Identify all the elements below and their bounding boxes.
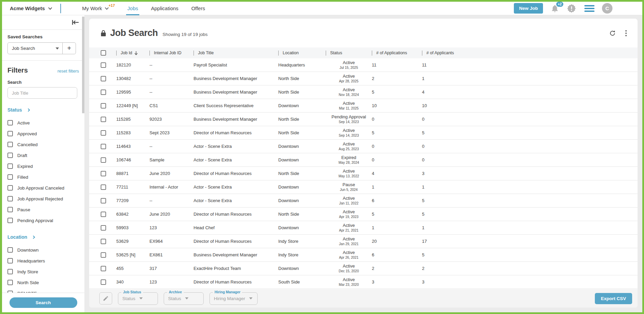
checkbox-label: Expired bbox=[17, 164, 33, 169]
column-header-location[interactable]: Location bbox=[278, 51, 326, 56]
export-csv-button[interactable]: Export CSV bbox=[595, 293, 632, 304]
row-checkbox[interactable] bbox=[101, 76, 106, 81]
checkbox[interactable] bbox=[7, 185, 13, 191]
filter-checkbox-item[interactable]: REMOTE bbox=[7, 288, 79, 293]
cell-applications-count: 6 bbox=[372, 198, 374, 203]
checkbox[interactable] bbox=[7, 142, 13, 147]
row-checkbox[interactable] bbox=[101, 239, 106, 244]
cell-status-date: Mar 11, 2025 bbox=[339, 106, 359, 111]
hiring-manager-select[interactable]: Hiring Manager Hiring Manager bbox=[209, 292, 258, 305]
checkbox[interactable] bbox=[7, 153, 13, 158]
row-checkbox[interactable] bbox=[101, 198, 106, 203]
column-header-applicants[interactable]: # of Applicants bbox=[422, 51, 476, 56]
row-checkbox[interactable] bbox=[101, 252, 106, 258]
checkbox[interactable] bbox=[7, 280, 13, 285]
status-section-header[interactable]: Status bbox=[7, 107, 79, 113]
row-checkbox[interactable] bbox=[101, 225, 106, 231]
filter-checkbox-item[interactable]: Approved bbox=[7, 128, 79, 139]
location-section-header[interactable]: Location bbox=[7, 234, 79, 240]
column-header-status[interactable]: Status bbox=[326, 51, 372, 56]
bulk-actions-bar: Job Status Status Archive Status Hiring … bbox=[89, 289, 638, 308]
filter-checkbox-item[interactable]: Downtown bbox=[7, 244, 79, 255]
column-header-applications[interactable]: # of Applications bbox=[372, 51, 422, 56]
row-checkbox[interactable] bbox=[101, 117, 106, 122]
hamburger-menu[interactable] bbox=[584, 5, 595, 12]
row-checkbox[interactable] bbox=[101, 144, 106, 149]
add-saved-search-button[interactable]: + bbox=[62, 43, 76, 54]
checkbox[interactable] bbox=[7, 258, 13, 263]
cell-applicants-count: 3 bbox=[422, 171, 424, 176]
cell-location: Downtown bbox=[278, 103, 299, 108]
checkbox[interactable] bbox=[7, 131, 13, 136]
avatar[interactable]: C bbox=[602, 3, 612, 14]
column-header-job-title[interactable]: Job Title bbox=[194, 51, 278, 56]
saved-search-select[interactable]: Job Search bbox=[8, 43, 62, 54]
filter-checkbox-item[interactable]: Headquarters bbox=[7, 255, 79, 266]
cell-job-id: 53629 bbox=[116, 239, 128, 244]
more-options-kebab-icon[interactable] bbox=[625, 30, 627, 37]
checkbox[interactable] bbox=[7, 174, 13, 180]
nav-item-my-work[interactable]: My Work +17 bbox=[82, 2, 115, 15]
row-checkbox[interactable] bbox=[101, 130, 106, 136]
filter-checkbox-item[interactable]: Cancelled bbox=[7, 139, 79, 150]
filter-checkbox-item[interactable]: Pause bbox=[7, 204, 79, 215]
filter-checkbox-item[interactable]: Job Approval Canceled bbox=[7, 182, 79, 193]
row-checkbox[interactable] bbox=[101, 279, 106, 285]
notifications-bell[interactable]: +2 bbox=[550, 4, 559, 13]
row-checkbox[interactable] bbox=[101, 171, 106, 176]
refresh-icon[interactable] bbox=[609, 30, 616, 37]
filter-checkbox-item[interactable]: Job Approval Rejected bbox=[7, 193, 79, 204]
row-checkbox[interactable] bbox=[101, 157, 106, 163]
column-header-job-id[interactable]: Job Id bbox=[116, 51, 149, 56]
alerts-seal[interactable] bbox=[567, 4, 576, 13]
job-title-search-input[interactable] bbox=[7, 87, 77, 99]
filter-checkbox-item[interactable]: Expired bbox=[7, 161, 79, 172]
filter-checkbox-item[interactable]: Pending Approval bbox=[7, 215, 79, 226]
company-switcher[interactable]: Acme Widgets bbox=[10, 5, 52, 11]
apply-search-button[interactable]: Search bbox=[9, 297, 77, 308]
checkbox[interactable] bbox=[7, 196, 13, 201]
cell-status: Active bbox=[343, 60, 355, 65]
archive-select[interactable]: Archive Status bbox=[164, 292, 204, 305]
nav-item-jobs[interactable]: Jobs bbox=[127, 2, 138, 15]
nav-item-applications[interactable]: Applications bbox=[151, 2, 178, 15]
row-checkbox[interactable] bbox=[101, 266, 106, 271]
filter-checkbox-item[interactable]: North Side bbox=[7, 277, 79, 288]
column-header-internal-job-id[interactable]: Internal Job ID bbox=[149, 51, 194, 56]
row-checkbox[interactable] bbox=[101, 90, 106, 95]
cell-internal-job-id: CS1 bbox=[149, 103, 158, 108]
row-checkbox[interactable] bbox=[101, 184, 106, 190]
row-checkbox[interactable] bbox=[101, 62, 106, 68]
cell-location: North Side bbox=[278, 90, 299, 95]
nav-item-offers[interactable]: Offers bbox=[191, 2, 205, 15]
column-label: Internal Job ID bbox=[154, 51, 181, 55]
checkbox[interactable] bbox=[7, 247, 13, 253]
row-checkbox[interactable] bbox=[101, 103, 106, 109]
filter-checkbox-item[interactable]: Filled bbox=[7, 172, 79, 182]
job-status-select[interactable]: Job Status Status bbox=[118, 292, 158, 305]
filter-checkbox-item[interactable]: Indy Store bbox=[7, 266, 79, 277]
select-all-checkbox[interactable] bbox=[101, 50, 106, 56]
collapse-sidebar-icon[interactable] bbox=[72, 20, 79, 25]
cell-status: Active bbox=[343, 223, 355, 228]
sidebar-scrollbar[interactable] bbox=[82, 17, 84, 113]
lock-icon bbox=[101, 30, 106, 37]
saved-searches-label: Saved Searches bbox=[7, 34, 79, 39]
checkbox[interactable] bbox=[7, 269, 13, 274]
table-row: 88871 June 2020 Director of Human Resour… bbox=[89, 167, 638, 180]
filter-checkbox-item[interactable]: Draft bbox=[7, 150, 79, 161]
reset-filters-link[interactable]: reset filters bbox=[57, 68, 79, 74]
table-row: 77209 -- Actor - Scene Extra Downtown Ac… bbox=[89, 194, 638, 208]
checkbox[interactable] bbox=[7, 218, 13, 223]
saved-search-value: Job Search bbox=[12, 46, 35, 51]
cell-internal-job-id: -- bbox=[149, 144, 153, 149]
checkbox[interactable] bbox=[7, 207, 13, 212]
checkbox[interactable] bbox=[7, 163, 13, 169]
edit-button[interactable] bbox=[99, 292, 112, 305]
cell-job-title: Business Development Manager bbox=[194, 117, 257, 122]
filter-checkbox-item[interactable]: Active bbox=[7, 117, 79, 128]
checkbox[interactable] bbox=[7, 120, 13, 125]
new-job-button[interactable]: New Job bbox=[514, 3, 543, 14]
row-checkbox[interactable] bbox=[101, 212, 106, 217]
cell-applicants-count: 5 bbox=[422, 252, 424, 257]
